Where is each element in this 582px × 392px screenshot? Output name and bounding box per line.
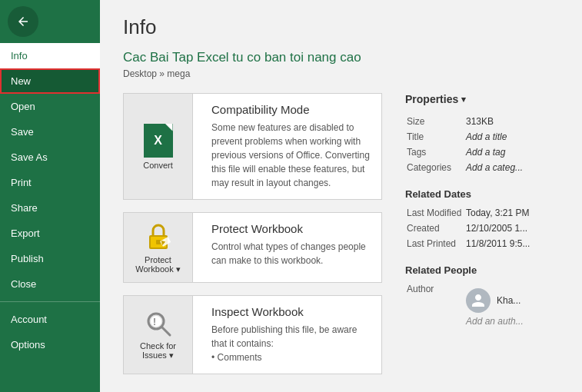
related-people-table: Author Kha... Add an auth... — [405, 281, 559, 330]
author-name: Kha... — [497, 295, 520, 306]
inspect-title: Inspect Workbook — [211, 305, 374, 318]
svg-text:!: ! — [153, 317, 156, 327]
properties-table: Size 313KB Title Add a title Tags Add a … — [405, 113, 559, 176]
file-name: Cac Bai Tap Excel tu co ban toi nang cao — [123, 50, 559, 65]
related-dates-table: Last Modified Today, 3:21 PM Created 12/… — [405, 204, 559, 252]
sidebar-item-save[interactable]: Save — [0, 119, 100, 145]
protect-card: ProtectWorkbook ▾ Protect Workbook Contr… — [123, 212, 382, 283]
inspect-label: Check forIssues ▾ — [140, 341, 176, 360]
prop-size: Size 313KB — [407, 115, 557, 128]
sidebar-item-new[interactable]: New — [0, 68, 100, 94]
prop-last-printed: Last Printed 11/8/2011 9:5... — [407, 237, 557, 251]
prop-author: Author Kha... Add an auth... — [407, 282, 557, 328]
page-title: Info — [123, 15, 559, 39]
back-button[interactable] — [8, 6, 38, 37]
inspect-icon: ! — [144, 309, 173, 338]
sidebar-item-print[interactable]: Print — [0, 170, 100, 195]
convert-label: Convert — [143, 161, 173, 170]
sidebar-item-options[interactable]: Options — [0, 332, 100, 357]
sidebar-item-open[interactable]: Open — [0, 94, 100, 119]
excel-icon: X — [144, 124, 173, 158]
prop-title: Title Add a title — [407, 130, 557, 144]
related-people-title: Related People — [405, 264, 559, 276]
inspect-icon-box[interactable]: ! Check forIssues ▾ — [124, 296, 193, 374]
author-row: Kha... — [466, 288, 557, 313]
sidebar-item-publish[interactable]: Publish — [0, 246, 100, 271]
svg-line-7 — [161, 327, 170, 335]
sidebar-item-export[interactable]: Export — [0, 221, 100, 246]
inspect-card: ! Check forIssues ▾ Inspect Workbook Bef… — [123, 295, 382, 374]
prop-created: Created 12/10/2005 1... — [407, 221, 557, 235]
breadcrumb: Desktop » mega — [123, 68, 559, 79]
avatar — [466, 288, 491, 313]
prop-last-modified: Last Modified Today, 3:21 PM — [407, 206, 557, 220]
convert-body: Compatibility Mode Some new features are… — [204, 94, 381, 199]
protect-title: Protect Workbook — [211, 222, 374, 235]
svg-rect-2 — [156, 240, 161, 244]
lock-icon — [145, 221, 172, 252]
sidebar-item-info[interactable]: Info — [0, 43, 100, 68]
sidebar-item-close[interactable]: Close — [0, 271, 100, 297]
main-content: Info Cac Bai Tap Excel tu co ban toi nan… — [100, 0, 582, 392]
convert-desc: Some new features are disabled to preven… — [211, 121, 374, 190]
convert-icon-box[interactable]: X Convert — [124, 94, 193, 199]
related-dates-title: Related Dates — [405, 188, 559, 200]
add-author[interactable]: Add an auth... — [466, 316, 557, 327]
prop-categories: Categories Add a categ... — [407, 161, 557, 174]
protect-body: Protect Workbook Control what types of c… — [204, 213, 381, 282]
right-panel: Properties ▾ Size 313KB Title Add a titl… — [405, 93, 559, 387]
sidebar: Info New Open Save Save As Print Share E… — [0, 0, 100, 392]
left-panel: X Convert Compatibility Mode Some new fe… — [123, 93, 382, 387]
protect-label: ProtectWorkbook ▾ — [135, 255, 180, 274]
sidebar-item-account[interactable]: Account — [0, 307, 100, 332]
prop-tags: Tags Add a tag — [407, 145, 557, 159]
sidebar-item-share[interactable]: Share — [0, 195, 100, 221]
sidebar-item-saveas[interactable]: Save As — [0, 145, 100, 170]
inspect-body: Inspect Workbook Before publishing this … — [204, 296, 381, 374]
content-grid: X Convert Compatibility Mode Some new fe… — [123, 93, 559, 387]
sidebar-divider — [0, 301, 100, 302]
properties-title: Properties ▾ — [405, 93, 559, 105]
convert-card: X Convert Compatibility Mode Some new fe… — [123, 93, 382, 200]
inspect-desc: Before publishing this file, be aware th… — [211, 323, 374, 364]
protect-desc: Control what types of changes people can… — [211, 240, 374, 267]
protect-icon-box[interactable]: ProtectWorkbook ▾ — [124, 213, 193, 282]
convert-title: Compatibility Mode — [211, 103, 374, 116]
